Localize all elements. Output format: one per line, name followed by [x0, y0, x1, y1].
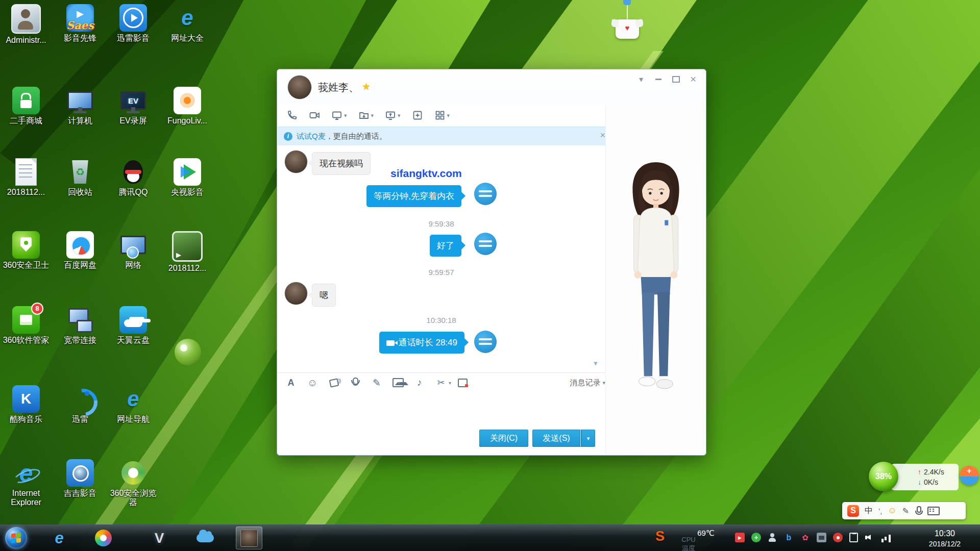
desktop-icon-tencent-qq[interactable]: 腾讯QQ	[108, 158, 159, 197]
desktop-icon-xunlei-player[interactable]: 迅雷影音	[108, 4, 159, 43]
baidu-tray-icon[interactable]	[784, 533, 794, 542]
call-duration-bubble[interactable]: 通话时长 28:49	[379, 332, 464, 354]
screen-capture-icon[interactable]	[435, 377, 447, 388]
clipboard-tray-icon[interactable]	[849, 533, 858, 542]
send-image-icon[interactable]	[393, 377, 404, 388]
flower-tray-icon[interactable]	[800, 533, 810, 542]
soft-keyboard-icon[interactable]	[927, 507, 940, 515]
accelerator-ball-icon[interactable]	[960, 466, 979, 485]
contact-message-avatar[interactable]	[284, 282, 308, 305]
desktop-icon-xunlei[interactable]: 迅雷	[55, 385, 106, 424]
pin-tray-icon[interactable]	[833, 533, 843, 542]
message-input[interactable]	[277, 392, 605, 428]
scroll-down-icon[interactable]: ▾	[594, 359, 598, 368]
sogou-ime-icon[interactable]: S	[847, 505, 859, 517]
desktop-icon-jiji-player[interactable]: 吉吉影音	[55, 459, 106, 498]
taskbar-ie-button[interactable]: e	[47, 527, 71, 549]
message-history[interactable]: 现在视频吗 sifangktv.com 等两分钟,先穿着内衣 9:59:38 好…	[277, 145, 605, 372]
volume-icon[interactable]	[865, 533, 874, 542]
desktop-icon-ershou-shangcheng[interactable]: 二手商城	[1, 87, 52, 126]
emoji-icon[interactable]	[307, 377, 318, 388]
contact-message-avatar[interactable]	[284, 150, 308, 173]
music-icon[interactable]	[414, 377, 425, 388]
taskbar-vplayer-button[interactable]: V	[148, 527, 171, 549]
clock-time: 10:30	[914, 528, 976, 539]
icon-label: 2018112...	[162, 264, 213, 273]
voice-message-icon[interactable]	[350, 377, 361, 388]
start-button[interactable]	[5, 527, 27, 549]
network-signal-icon[interactable]	[881, 533, 891, 542]
send-to-device-icon[interactable]	[457, 377, 468, 388]
window-menu-icon[interactable]: ▾	[632, 72, 650, 86]
voice-call-icon[interactable]	[286, 110, 298, 121]
taskbar-clock[interactable]: 10:30 2018/12/2	[914, 528, 976, 548]
punctuation-mode[interactable]: ’,	[878, 507, 883, 515]
message-history-button[interactable]: 消息记录	[570, 373, 605, 392]
tshirt-decoration-icon[interactable]: ♥	[616, 19, 639, 39]
desktop-icon-computer[interactable]: 计算机	[55, 87, 106, 126]
desktop-icon-cbox[interactable]: 央视影音	[162, 158, 213, 197]
icon-label: 迅雷影音	[108, 34, 159, 43]
desktop-icon-kugou[interactable]: K 酷狗音乐	[1, 385, 52, 424]
desktop-icon-document[interactable]: 2018112...	[1, 158, 52, 197]
media-tray-icon[interactable]	[735, 533, 745, 542]
desktop-icon-baidu-netdisk[interactable]: 百度网盘	[55, 231, 106, 270]
language-mode[interactable]: 中	[865, 506, 873, 516]
send-file-icon[interactable]	[358, 110, 374, 121]
create-group-icon[interactable]	[412, 110, 423, 121]
desktop-icon-broadband[interactable]: 宽带连接	[55, 306, 106, 345]
taskbar-qq-chat-button[interactable]	[236, 527, 262, 549]
camera-tray-icon[interactable]	[817, 533, 826, 542]
voice-input-icon[interactable]	[915, 506, 922, 515]
taskbar-cloud-button[interactable]	[193, 527, 217, 549]
emoji-panel-icon[interactable]	[888, 506, 897, 516]
desktop-icon-360-browser[interactable]: 360安全浏览器	[108, 459, 159, 508]
video-file-icon	[172, 231, 203, 262]
maximize-button[interactable]	[667, 72, 684, 86]
desktop-icon-360-safe[interactable]: 360安全卫士	[1, 231, 52, 270]
desktop-icon-video-file[interactable]: 2018112...	[162, 231, 213, 273]
self-avatar[interactable]	[474, 233, 497, 255]
desktop-icon-network[interactable]: 网络	[108, 231, 159, 270]
send-options-caret[interactable]: ▾	[581, 430, 595, 447]
dismiss-notice-icon[interactable]: ×	[600, 130, 605, 141]
self-avatar[interactable]	[474, 183, 497, 205]
desktop-icon-360-software[interactable]: 8 360软件管家	[1, 306, 52, 345]
desktop-icon-wangzhi-daquan[interactable]: e 网址大全	[162, 4, 213, 43]
icon-label: 计算机	[55, 116, 106, 126]
apps-grid-icon[interactable]	[434, 110, 450, 121]
handwriting-icon[interactable]	[371, 377, 382, 388]
memory-float-ball[interactable]: 38%	[869, 462, 898, 491]
contacts-tray-icon[interactable]	[768, 533, 777, 542]
heart-icon: ♥	[616, 24, 639, 32]
desktop-icon-internet-explorer[interactable]: e Internet Explorer	[1, 459, 52, 508]
desktop-icon-ev-recorder[interactable]: EV EV录屏	[108, 87, 159, 126]
window-titlebar[interactable]: 莪姓李、 ★ ▾ ×	[277, 69, 706, 104]
send-button[interactable]: 发送(S)	[532, 430, 580, 447]
minimize-button[interactable]	[650, 72, 667, 86]
shake-window-icon[interactable]	[328, 377, 339, 388]
video-call-icon[interactable]	[309, 110, 320, 121]
close-chat-button[interactable]: 关闭(C)	[479, 430, 528, 447]
contact-name[interactable]: 莪姓李、	[318, 81, 359, 94]
desktop-icon-wangzhi-daohang[interactable]: e 网址导航	[108, 385, 159, 424]
taskbar-sogou-button[interactable]	[91, 527, 115, 549]
screenshot-icon[interactable]	[331, 110, 347, 121]
font-icon[interactable]	[285, 377, 297, 388]
contact-avatar[interactable]	[287, 75, 312, 99]
self-avatar[interactable]	[474, 331, 497, 353]
safety-tray-icon[interactable]	[751, 533, 761, 542]
sogou-tray-icon[interactable]: S	[655, 529, 665, 544]
desktop-icon-fungolive[interactable]: FungoLiv...	[162, 87, 213, 126]
desktop-icon-yingyin-xianfeng[interactable]: Saes 影音先锋	[55, 4, 106, 43]
camera-app-icon	[174, 87, 201, 114]
desktop-icon-recycle-bin[interactable]: 回收站	[55, 158, 106, 197]
desktop-icon-administrator[interactable]: Administr...	[1, 4, 52, 45]
desktop-icon-tianyi-cloud[interactable]: 天翼云盘	[108, 306, 159, 345]
close-window-button[interactable]: ×	[684, 72, 702, 86]
screen-share-icon[interactable]	[385, 110, 401, 121]
cloud-icon	[197, 534, 214, 542]
qmic-link[interactable]: 试试Q麦	[297, 132, 326, 141]
handwriting-ime-icon[interactable]	[902, 506, 909, 516]
net-speed-widget[interactable]: ↑2.4K/s ↓0K/s 38%	[869, 461, 979, 493]
